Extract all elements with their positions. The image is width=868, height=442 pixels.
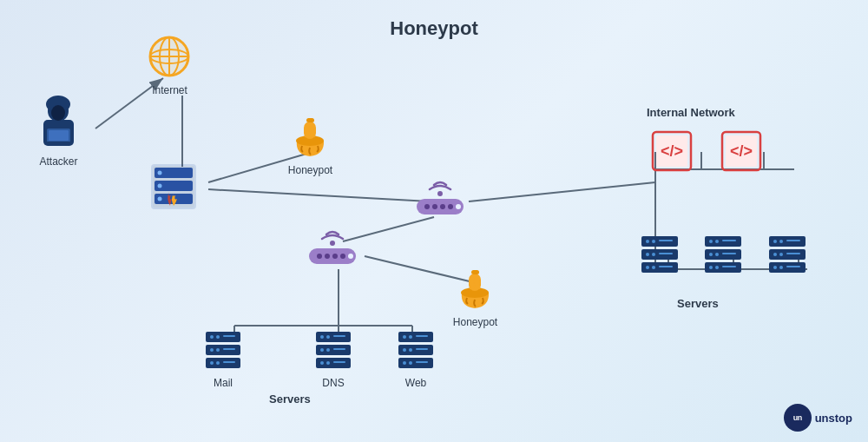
svg-rect-27 (49, 130, 69, 141)
svg-rect-137 (786, 240, 800, 241)
svg-rect-85 (333, 361, 345, 363)
mail-label: Mail (214, 377, 233, 389)
servers-bottom-label: Servers (269, 393, 311, 406)
svg-point-54 (317, 254, 322, 259)
web-label: Web (405, 377, 426, 389)
svg-point-133 (773, 253, 777, 256)
svg-point-136 (779, 266, 783, 269)
blue-server3-icon (766, 233, 809, 278)
svg-rect-83 (333, 335, 345, 337)
svg-point-122 (715, 253, 719, 256)
unstop-circle-text: un (793, 413, 802, 422)
dns-label: DNS (322, 377, 344, 389)
blue-server2-icon (701, 233, 745, 278)
svg-point-108 (652, 240, 655, 243)
svg-point-57 (340, 254, 345, 259)
svg-line-4 (208, 189, 430, 201)
blue-server3-node (766, 233, 809, 278)
svg-point-70 (216, 361, 220, 365)
blue-server1-node (638, 233, 681, 278)
svg-point-111 (646, 266, 649, 269)
svg-point-34 (150, 37, 188, 76)
svg-rect-26 (47, 142, 70, 144)
svg-point-79 (320, 348, 324, 352)
svg-point-107 (646, 240, 649, 243)
svg-rect-72 (223, 348, 235, 350)
svg-point-80 (326, 348, 330, 352)
svg-rect-138 (786, 253, 800, 254)
svg-text:</>: </> (730, 142, 753, 160)
honeypot1-label: Honeypot (288, 164, 332, 176)
svg-point-91 (403, 348, 406, 352)
svg-rect-127 (722, 266, 736, 267)
blue-server1-icon (638, 233, 681, 278)
router1-icon (410, 178, 470, 221)
svg-point-66 (216, 335, 220, 339)
svg-point-82 (326, 361, 330, 365)
svg-point-112 (652, 266, 655, 269)
svg-point-89 (403, 335, 406, 339)
red-server1-icon: </> (649, 129, 694, 174)
svg-point-78 (326, 335, 330, 339)
honeypot1-icon (286, 113, 334, 161)
svg-point-81 (320, 361, 324, 365)
svg-point-45 (437, 191, 443, 196)
svg-point-40 (158, 184, 162, 188)
red-server2-icon: </> (719, 129, 764, 174)
mail-server-node: Mail (202, 328, 244, 389)
unstop-name: unstop (815, 412, 852, 425)
svg-point-93 (403, 361, 406, 365)
svg-rect-139 (786, 266, 800, 267)
svg-point-58 (348, 254, 353, 259)
internet-label: Internet (152, 84, 187, 96)
svg-rect-96 (416, 348, 428, 350)
blue-server2-node (701, 233, 745, 278)
svg-point-48 (432, 204, 437, 209)
dns-server-icon (312, 328, 354, 373)
svg-point-51 (456, 204, 461, 209)
svg-point-135 (773, 266, 777, 269)
svg-point-65 (210, 335, 214, 339)
unstop-circle-icon: un (784, 404, 812, 432)
svg-point-77 (320, 335, 324, 339)
svg-point-134 (779, 253, 783, 256)
svg-rect-114 (659, 253, 673, 254)
svg-point-119 (709, 240, 713, 243)
svg-point-28 (51, 105, 65, 121)
honeypot1-node: Honeypot (286, 113, 334, 176)
firewall-node (148, 161, 200, 213)
svg-rect-126 (722, 253, 736, 254)
svg-point-109 (646, 253, 649, 256)
svg-rect-97 (416, 361, 428, 363)
svg-point-41 (158, 197, 162, 201)
svg-point-50 (448, 204, 453, 209)
attacker-label: Attacker (39, 155, 77, 168)
svg-point-123 (709, 266, 713, 269)
page-title: Honeypot (390, 17, 477, 40)
internet-icon (146, 33, 194, 81)
svg-point-68 (216, 348, 220, 352)
svg-point-124 (715, 266, 719, 269)
attacker-node: Attacker (35, 96, 82, 168)
svg-point-132 (779, 240, 783, 243)
svg-rect-71 (223, 335, 235, 337)
svg-rect-84 (333, 348, 345, 350)
internal-network-label: Internal Network (647, 106, 735, 119)
unstop-logo: un unstop (784, 404, 852, 432)
svg-point-47 (424, 204, 430, 209)
svg-point-92 (409, 348, 412, 352)
svg-point-67 (210, 348, 214, 352)
svg-rect-125 (722, 240, 736, 241)
svg-point-56 (332, 254, 338, 259)
servers-bottom-label-node: Servers (269, 389, 311, 406)
svg-point-90 (409, 335, 412, 339)
svg-text:</>: </> (661, 142, 683, 160)
svg-rect-73 (223, 361, 235, 363)
attacker-icon (35, 96, 82, 152)
svg-rect-44 (306, 118, 314, 122)
svg-point-39 (158, 171, 162, 175)
svg-rect-113 (659, 240, 673, 241)
web-server-node: Web (395, 328, 437, 389)
router2-icon (302, 228, 363, 271)
internal-network-label-node: Internal Network (647, 102, 735, 119)
